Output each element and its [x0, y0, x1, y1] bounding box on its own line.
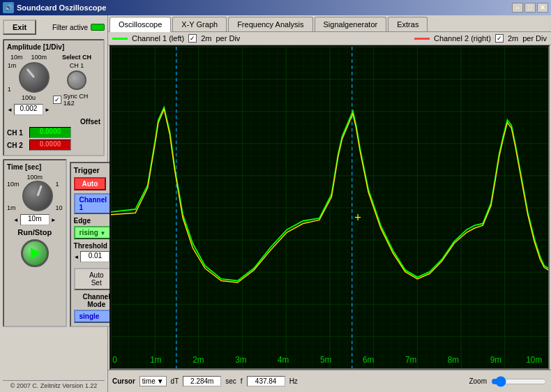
- amp-label-10m: 10m: [10, 54, 23, 61]
- spin-up-time[interactable]: ►: [51, 217, 56, 223]
- cursor-label: Cursor: [112, 377, 135, 385]
- time-section: Time [sec] 100m 10m 1m 1: [3, 159, 67, 327]
- ch1-checkbox[interactable]: ✓: [188, 34, 197, 43]
- time-100m: 100m: [27, 174, 43, 181]
- knob-marker: [27, 68, 36, 78]
- tab-xy-graph[interactable]: X-Y Graph: [172, 17, 227, 31]
- sync-checkbox[interactable]: ✓: [53, 96, 61, 104]
- ch2-offset-row: CH 2 0.0000: [7, 140, 100, 151]
- f-label: f: [241, 377, 243, 385]
- f-unit: Hz: [289, 377, 298, 385]
- ch2-per-div-label: per Div: [522, 34, 547, 43]
- ch1-per-div-label: per Div: [216, 34, 241, 43]
- f-value: 437.84: [247, 376, 285, 386]
- svg-text:5m: 5m: [320, 355, 331, 365]
- dt-unit: sec: [225, 377, 236, 385]
- ch2-offset-value[interactable]: 0.0000: [29, 140, 71, 151]
- sync-row: ✓ Sync CH 1&2: [53, 93, 100, 107]
- edge-arrow: ▼: [100, 230, 106, 236]
- ch1-offset-value[interactable]: 0.0000: [29, 127, 71, 138]
- amp-label-100m: 100m: [31, 54, 47, 61]
- svg-text:8m: 8m: [448, 355, 459, 365]
- ch1-per-div-value: 2m: [201, 34, 211, 43]
- tabs-bar: Oscilloscope X-Y Graph Frequency Analysi…: [108, 15, 551, 32]
- tab-frequency-analysis[interactable]: Frequency Analysis: [228, 17, 312, 31]
- time-title: Time [sec]: [7, 163, 63, 171]
- dt-value: 2.284m: [183, 376, 221, 386]
- svg-text:6m: 6m: [363, 355, 374, 365]
- tab-oscilloscope[interactable]: Oscilloscope: [110, 17, 171, 32]
- play-icon: [31, 248, 40, 259]
- offset-section: Offset CH 1 0.0000 CH 2 0.0000: [7, 118, 100, 151]
- select-ch-col: Select CH CH 1 ✓ Sync CH 1&2: [53, 54, 100, 107]
- time-10: 10: [56, 204, 63, 211]
- svg-text:10m: 10m: [526, 355, 542, 365]
- window-title: Soundcard Oszilloscope: [17, 3, 106, 12]
- amplitude-section: Amplitude [1/Div] 10m 100m 1m 1: [3, 39, 105, 156]
- amp-label-1m: 1m: [8, 62, 17, 69]
- svg-text:Time [sec]: Time [sec]: [299, 368, 337, 368]
- left-panel: Exit Filter active Amplitude [1/Div] 10m…: [0, 15, 108, 392]
- ch2-bar-label: Channel 2 (right): [434, 34, 491, 43]
- time-spinner[interactable]: ◄ 10m ►: [13, 214, 56, 225]
- svg-text:2m: 2m: [193, 355, 204, 365]
- time-1m: 1m: [7, 204, 20, 211]
- tab-extras[interactable]: Extras: [388, 17, 428, 31]
- filter-row: Filter active: [52, 24, 105, 31]
- amplitude-title: Amplitude [1/Div]: [7, 43, 100, 51]
- zoom-slider[interactable]: [491, 377, 547, 386]
- select-ch-label: Select CH: [62, 54, 91, 61]
- ch2-offset-label: CH 2: [7, 142, 27, 149]
- time-value[interactable]: 10m: [20, 214, 50, 225]
- ch2-checkbox[interactable]: ✓: [495, 34, 504, 43]
- ch1-label: CH 1: [70, 62, 84, 69]
- tab-signalgenerator[interactable]: Signalgenerator: [315, 17, 387, 31]
- amplitude-spinner[interactable]: ◄ 0.002 ►: [7, 104, 50, 115]
- filter-led: [91, 24, 105, 31]
- maximize-button[interactable]: □: [524, 3, 536, 13]
- trigger-title: Trigger: [74, 166, 100, 174]
- dt-label: dT: [171, 377, 179, 385]
- titlebar: 🔊 Soundcard Oszilloscope ─ □ ✕: [0, 0, 551, 15]
- minimize-button[interactable]: ─: [512, 3, 523, 13]
- runstop-section: Run/Stop: [7, 228, 63, 267]
- amplitude-knob[interactable]: [19, 62, 50, 93]
- threshold-spin-down[interactable]: ◄: [74, 254, 80, 260]
- ch1-color-line: [112, 38, 128, 40]
- channel-bar: Channel 1 (left) ✓ 2m per Div Channel 2 …: [108, 32, 551, 45]
- cursor-type-value: time: [142, 377, 156, 385]
- ch1-offset-row: CH 1 0.0000: [7, 127, 100, 138]
- svg-text:1m: 1m: [150, 355, 161, 365]
- svg-text:7m: 7m: [405, 355, 416, 365]
- spin-down-amp[interactable]: ◄: [7, 107, 13, 113]
- spin-up-amp[interactable]: ►: [45, 107, 50, 113]
- main-container: Exit Filter active Amplitude [1/Div] 10m…: [0, 15, 551, 392]
- app-icon: 🔊: [3, 2, 14, 13]
- trigger-mode-button[interactable]: Auto: [74, 177, 107, 190]
- exit-button[interactable]: Exit: [3, 20, 36, 35]
- ch2-per-div-value: 2m: [508, 34, 518, 43]
- right-panel: Oscilloscope X-Y Graph Frequency Analysi…: [108, 15, 551, 392]
- time-knob[interactable]: [22, 181, 53, 211]
- runstop-button[interactable]: [21, 239, 49, 267]
- amp-label-1: 1: [8, 86, 17, 93]
- time-10m: 10m: [7, 181, 20, 188]
- threshold-value[interactable]: 0.01: [80, 251, 110, 262]
- cursor-type-dropdown[interactable]: time ▼: [139, 376, 167, 386]
- svg-rect-2: [111, 47, 548, 368]
- ch1-offset-label: CH 1: [7, 129, 27, 137]
- filter-label: Filter active: [52, 24, 88, 31]
- close-button[interactable]: ✕: [537, 3, 548, 13]
- amplitude-value[interactable]: 0.002: [14, 104, 43, 115]
- spin-down-time[interactable]: ◄: [13, 217, 19, 223]
- ch1-select-knob[interactable]: [67, 70, 86, 90]
- amp-label-100u: 100u: [22, 94, 36, 101]
- time-knob-marker: [36, 185, 42, 196]
- offset-title: Offset: [80, 118, 100, 126]
- svg-text:4m: 4m: [278, 355, 289, 365]
- oscilloscope-display: + 0 1m 2m 3m 4m 5m 6m 7m 8m 9m 10m Time …: [110, 45, 550, 370]
- cursor-type-arrow: ▼: [157, 377, 164, 385]
- svg-text:9m: 9m: [490, 355, 501, 365]
- top-controls: Exit Filter active: [3, 18, 105, 36]
- svg-text:+: +: [354, 210, 361, 225]
